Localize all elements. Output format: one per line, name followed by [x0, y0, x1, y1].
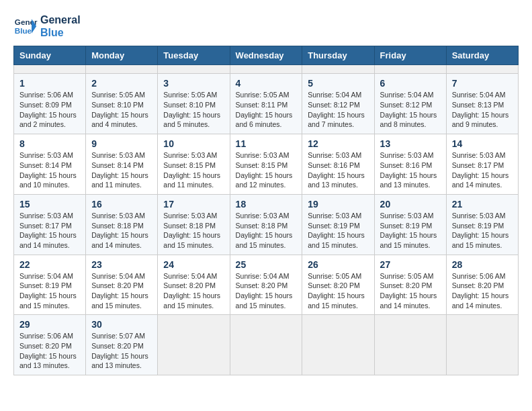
calendar-cell	[374, 65, 446, 74]
day-number: 14	[452, 138, 513, 149]
calendar-cell: 11Sunrise: 5:03 AM Sunset: 8:15 PM Dayli…	[230, 134, 302, 195]
calendar-cell	[446, 315, 518, 375]
calendar-cell	[86, 65, 158, 74]
calendar-cell	[374, 315, 446, 375]
day-number: 23	[91, 259, 152, 270]
day-number: 16	[91, 199, 152, 210]
calendar-cell	[302, 315, 374, 375]
calendar-cell: 25Sunrise: 5:04 AM Sunset: 8:20 PM Dayli…	[230, 255, 302, 315]
calendar-cell: 23Sunrise: 5:04 AM Sunset: 8:20 PM Dayli…	[86, 255, 158, 315]
calendar-cell: 29Sunrise: 5:06 AM Sunset: 8:20 PM Dayli…	[14, 315, 86, 375]
day-number: 12	[308, 138, 368, 149]
day-number: 30	[91, 319, 152, 330]
day-number: 13	[380, 138, 441, 149]
calendar-cell: 16Sunrise: 5:03 AM Sunset: 8:18 PM Dayli…	[86, 194, 158, 255]
calendar-row-2: 1Sunrise: 5:06 AM Sunset: 8:09 PM Daylig…	[14, 74, 519, 134]
day-info: Sunrise: 5:03 AM Sunset: 8:17 PM Dayligh…	[452, 150, 513, 190]
day-number: 11	[236, 138, 297, 149]
calendar-body: 1Sunrise: 5:06 AM Sunset: 8:09 PM Daylig…	[14, 65, 519, 375]
day-info: Sunrise: 5:05 AM Sunset: 8:20 PM Dayligh…	[380, 271, 441, 311]
calendar-cell: 4Sunrise: 5:05 AM Sunset: 8:11 PM Daylig…	[230, 74, 302, 134]
day-info: Sunrise: 5:04 AM Sunset: 8:12 PM Dayligh…	[308, 90, 368, 130]
calendar-cell: 18Sunrise: 5:03 AM Sunset: 8:18 PM Dayli…	[230, 194, 302, 255]
calendar-cell: 9Sunrise: 5:03 AM Sunset: 8:14 PM Daylig…	[86, 134, 158, 195]
weekday-header-sunday: Sunday	[14, 46, 86, 65]
weekday-header-thursday: Thursday	[302, 46, 374, 65]
day-info: Sunrise: 5:05 AM Sunset: 8:11 PM Dayligh…	[236, 90, 297, 130]
day-number: 18	[236, 199, 297, 210]
day-info: Sunrise: 5:04 AM Sunset: 8:13 PM Dayligh…	[452, 90, 513, 130]
weekday-header-monday: Monday	[86, 46, 158, 65]
calendar-cell: 17Sunrise: 5:03 AM Sunset: 8:18 PM Dayli…	[158, 194, 230, 255]
weekday-header-friday: Friday	[374, 46, 446, 65]
day-number: 27	[380, 259, 441, 270]
logo-text-general: General	[40, 13, 81, 26]
day-number: 9	[91, 138, 152, 149]
day-info: Sunrise: 5:07 AM Sunset: 8:20 PM Dayligh…	[91, 331, 152, 371]
day-number: 15	[19, 199, 80, 210]
svg-text:Blue: Blue	[15, 26, 32, 35]
day-number: 22	[19, 259, 80, 270]
day-number: 2	[91, 78, 152, 89]
calendar-cell: 15Sunrise: 5:03 AM Sunset: 8:17 PM Dayli…	[14, 194, 86, 255]
calendar-cell: 12Sunrise: 5:03 AM Sunset: 8:16 PM Dayli…	[302, 134, 374, 195]
weekday-header-wednesday: Wednesday	[230, 46, 302, 65]
day-info: Sunrise: 5:05 AM Sunset: 8:10 PM Dayligh…	[91, 90, 152, 130]
day-info: Sunrise: 5:06 AM Sunset: 8:20 PM Dayligh…	[452, 271, 513, 311]
logo: General Blue General Blue	[13, 13, 81, 39]
day-number: 17	[163, 199, 224, 210]
day-info: Sunrise: 5:03 AM Sunset: 8:19 PM Dayligh…	[380, 211, 441, 250]
calendar-cell	[158, 315, 230, 375]
calendar-cell	[230, 65, 302, 74]
day-number: 5	[308, 78, 368, 89]
day-number: 8	[19, 138, 80, 149]
day-number: 26	[308, 259, 368, 270]
day-info: Sunrise: 5:03 AM Sunset: 8:14 PM Dayligh…	[19, 150, 80, 190]
day-info: Sunrise: 5:03 AM Sunset: 8:17 PM Dayligh…	[19, 211, 80, 250]
calendar-cell: 22Sunrise: 5:04 AM Sunset: 8:19 PM Dayli…	[14, 255, 86, 315]
day-info: Sunrise: 5:06 AM Sunset: 8:09 PM Dayligh…	[19, 90, 80, 130]
calendar-cell: 14Sunrise: 5:03 AM Sunset: 8:17 PM Dayli…	[446, 134, 518, 195]
calendar-row-1	[14, 65, 519, 74]
day-number: 6	[380, 78, 441, 89]
calendar-cell: 26Sunrise: 5:05 AM Sunset: 8:20 PM Dayli…	[302, 255, 374, 315]
day-number: 25	[236, 259, 297, 270]
calendar-cell	[14, 65, 86, 74]
calendar-cell: 6Sunrise: 5:04 AM Sunset: 8:12 PM Daylig…	[374, 74, 446, 134]
weekday-header-saturday: Saturday	[446, 46, 518, 65]
calendar-row-6: 29Sunrise: 5:06 AM Sunset: 8:20 PM Dayli…	[14, 315, 519, 375]
day-number: 7	[452, 78, 513, 89]
day-info: Sunrise: 5:03 AM Sunset: 8:19 PM Dayligh…	[452, 211, 513, 250]
day-info: Sunrise: 5:03 AM Sunset: 8:16 PM Dayligh…	[380, 150, 441, 190]
calendar-cell: 27Sunrise: 5:05 AM Sunset: 8:20 PM Dayli…	[374, 255, 446, 315]
day-info: Sunrise: 5:05 AM Sunset: 8:20 PM Dayligh…	[308, 271, 368, 311]
calendar-cell: 10Sunrise: 5:03 AM Sunset: 8:15 PM Dayli…	[158, 134, 230, 195]
calendar-row-3: 8Sunrise: 5:03 AM Sunset: 8:14 PM Daylig…	[14, 134, 519, 195]
day-info: Sunrise: 5:03 AM Sunset: 8:18 PM Dayligh…	[236, 211, 297, 250]
day-info: Sunrise: 5:03 AM Sunset: 8:16 PM Dayligh…	[308, 150, 368, 190]
day-info: Sunrise: 5:04 AM Sunset: 8:20 PM Dayligh…	[91, 271, 152, 311]
calendar-cell: 24Sunrise: 5:04 AM Sunset: 8:20 PM Dayli…	[158, 255, 230, 315]
calendar-cell: 28Sunrise: 5:06 AM Sunset: 8:20 PM Dayli…	[446, 255, 518, 315]
day-number: 21	[452, 199, 513, 210]
page-header: General Blue General Blue	[13, 13, 519, 39]
day-number: 10	[163, 138, 224, 149]
day-info: Sunrise: 5:03 AM Sunset: 8:14 PM Dayligh…	[91, 150, 152, 190]
day-info: Sunrise: 5:04 AM Sunset: 8:19 PM Dayligh…	[19, 271, 80, 311]
day-number: 3	[163, 78, 224, 89]
day-info: Sunrise: 5:03 AM Sunset: 8:15 PM Dayligh…	[163, 150, 224, 190]
day-number: 24	[163, 259, 224, 270]
calendar-cell: 3Sunrise: 5:05 AM Sunset: 8:10 PM Daylig…	[158, 74, 230, 134]
calendar-cell: 2Sunrise: 5:05 AM Sunset: 8:10 PM Daylig…	[86, 74, 158, 134]
calendar-cell: 7Sunrise: 5:04 AM Sunset: 8:13 PM Daylig…	[446, 74, 518, 134]
day-info: Sunrise: 5:03 AM Sunset: 8:18 PM Dayligh…	[91, 211, 152, 250]
logo-text-blue: Blue	[40, 26, 81, 39]
calendar-cell: 1Sunrise: 5:06 AM Sunset: 8:09 PM Daylig…	[14, 74, 86, 134]
calendar-cell	[446, 65, 518, 74]
weekday-header-tuesday: Tuesday	[158, 46, 230, 65]
calendar-cell: 19Sunrise: 5:03 AM Sunset: 8:19 PM Dayli…	[302, 194, 374, 255]
day-info: Sunrise: 5:04 AM Sunset: 8:20 PM Dayligh…	[163, 271, 224, 311]
day-info: Sunrise: 5:06 AM Sunset: 8:20 PM Dayligh…	[19, 331, 80, 371]
calendar-cell: 30Sunrise: 5:07 AM Sunset: 8:20 PM Dayli…	[86, 315, 158, 375]
day-info: Sunrise: 5:03 AM Sunset: 8:19 PM Dayligh…	[308, 211, 368, 250]
